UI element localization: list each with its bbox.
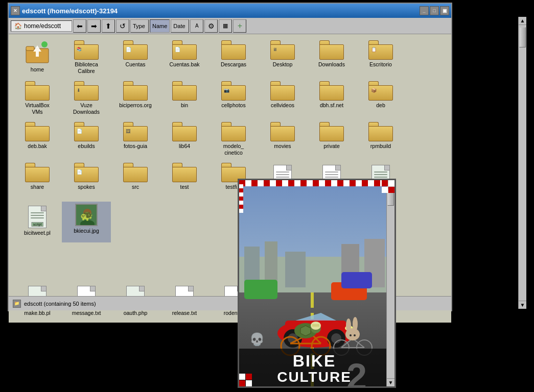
svg-text:🐢: 🐢: [80, 209, 93, 222]
close-button[interactable]: ✕: [11, 6, 20, 15]
list-item[interactable]: 🖥 Desktop: [258, 38, 307, 79]
list-item[interactable]: 📄 spokes: [62, 161, 111, 202]
location-text: home/edscott: [24, 22, 61, 30]
view-btn-2[interactable]: ▦: [219, 19, 232, 33]
list-item[interactable]: test: [160, 161, 209, 202]
list-item[interactable]: private: [307, 120, 356, 161]
list-item[interactable]: script bicitweet.pl: [13, 202, 62, 242]
type-button[interactable]: Type: [130, 19, 149, 33]
list-item[interactable]: 🐢 bkiecui.jpg: [62, 202, 111, 242]
list-item[interactable]: rpmbuild: [356, 120, 405, 161]
svg-rect-25: [311, 292, 314, 308]
list-item[interactable]: 🖼 fotos-guia: [111, 120, 160, 161]
nav-forward-button[interactable]: ➡: [87, 19, 101, 33]
list-item[interactable]: 📦 deb: [356, 79, 405, 120]
list-item[interactable]: modelo_cinetico: [209, 120, 258, 161]
svg-rect-60: [341, 272, 372, 288]
refresh-button[interactable]: ↺: [116, 19, 129, 33]
file-name: Cuentas.bak: [170, 61, 200, 68]
list-item[interactable]: deb.bak: [13, 120, 62, 161]
svg-rect-84: [356, 180, 362, 186]
svg-rect-82: [343, 180, 350, 186]
file-name: ebuilds: [78, 143, 95, 150]
list-item[interactable]: 📄 ebuilds: [62, 120, 111, 161]
list-item[interactable]: Descargas: [209, 38, 258, 79]
svg-rect-97: [239, 209, 243, 213]
svg-rect-96: [239, 205, 243, 209]
location-bar[interactable]: 🏠 home/edscott: [11, 20, 72, 32]
file-name: modelo_cinetico: [223, 143, 244, 156]
svg-rect-13: [239, 374, 245, 380]
svg-rect-83: [350, 180, 356, 186]
file-name: dbh.sf.net: [320, 102, 343, 109]
svg-rect-76: [307, 180, 313, 186]
svg-rect-59: [244, 280, 277, 299]
file-name: share: [31, 184, 44, 190]
svg-point-55: [353, 317, 358, 331]
file-name: private: [323, 143, 340, 150]
list-item[interactable]: ⬇ VuzeDownloads: [62, 79, 111, 120]
file-name: cellvideos: [271, 102, 294, 109]
svg-point-54: [346, 318, 351, 333]
svg-rect-87: [374, 180, 380, 186]
restore-button[interactable]: ▣: [440, 6, 449, 15]
list-item[interactable]: share: [13, 161, 62, 202]
list-item[interactable]: 📄 Cuentas: [111, 38, 160, 79]
file-name: src: [132, 184, 139, 190]
title-bar: ✕ edscott (/home/edscott)-32194 _ □ ▣: [9, 4, 451, 18]
file-name: bin: [181, 102, 188, 109]
list-item[interactable]: cellvideos: [258, 79, 307, 120]
file-name: release.txt: [172, 310, 197, 316]
svg-rect-12: [388, 187, 394, 193]
list-item[interactable]: lib64: [160, 120, 209, 161]
file-name: rpmbuild: [370, 143, 391, 150]
svg-rect-93: [239, 192, 243, 197]
list-item[interactable]: home: [13, 38, 62, 79]
svg-rect-67: [251, 180, 258, 186]
list-item[interactable]: biciperros.org: [111, 79, 160, 120]
list-item[interactable]: Downloads: [307, 38, 356, 79]
list-item[interactable]: 📋 Escritorio: [356, 38, 405, 79]
list-item[interactable]: movies: [258, 120, 307, 161]
sort-button[interactable]: ⚙: [204, 19, 218, 33]
svg-rect-77: [313, 180, 319, 186]
svg-rect-10: [388, 180, 394, 186]
list-item[interactable]: 📄 Cuentas.bak: [160, 38, 209, 79]
name-button[interactable]: Name: [150, 19, 170, 33]
view-btn-1[interactable]: A: [190, 19, 203, 33]
list-item[interactable]: bin: [160, 79, 209, 120]
svg-rect-73: [288, 180, 294, 186]
file-name: Escritorio: [369, 61, 392, 68]
list-item[interactable]: src: [111, 161, 160, 202]
date-button[interactable]: Date: [171, 19, 189, 33]
svg-marker-44: [300, 326, 311, 336]
nav-up-button[interactable]: ⬆: [102, 19, 115, 33]
svg-text:2: 2: [346, 356, 367, 388]
preview-image: BIKE CULTURE 2: [239, 180, 389, 388]
file-name: home: [31, 66, 44, 73]
svg-rect-80: [331, 180, 337, 186]
list-item[interactable]: 📚 BibliotecaCalibre: [62, 38, 111, 79]
svg-rect-14: [246, 374, 252, 380]
svg-rect-75: [300, 180, 307, 186]
svg-rect-94: [239, 197, 243, 201]
file-name: spokes: [78, 184, 95, 190]
list-item[interactable]: VirtualBoxVMs: [13, 79, 62, 120]
svg-rect-79: [325, 180, 331, 186]
list-item[interactable]: dbh.sf.net: [307, 79, 356, 120]
file-name: movies: [274, 143, 291, 150]
file-name: make.bb.pl: [24, 310, 50, 316]
svg-text:💀: 💀: [249, 332, 265, 347]
file-name: Cuentas: [125, 61, 145, 68]
minimize-button[interactable]: _: [420, 6, 429, 15]
file-name: Desktop: [273, 61, 293, 68]
nav-back-button[interactable]: ⬅: [73, 19, 86, 33]
svg-rect-1: [26, 46, 34, 51]
maximize-button[interactable]: □: [430, 6, 439, 15]
list-item[interactable]: 📷 cellphotos: [209, 79, 258, 120]
toolbar: 🏠 home/edscott ⬅ ➡ ⬆ ↺ Type Name Date A …: [9, 18, 451, 34]
svg-rect-21: [285, 252, 306, 287]
svg-rect-71: [276, 180, 282, 186]
svg-rect-47: [312, 324, 319, 327]
add-button[interactable]: +: [233, 19, 246, 33]
